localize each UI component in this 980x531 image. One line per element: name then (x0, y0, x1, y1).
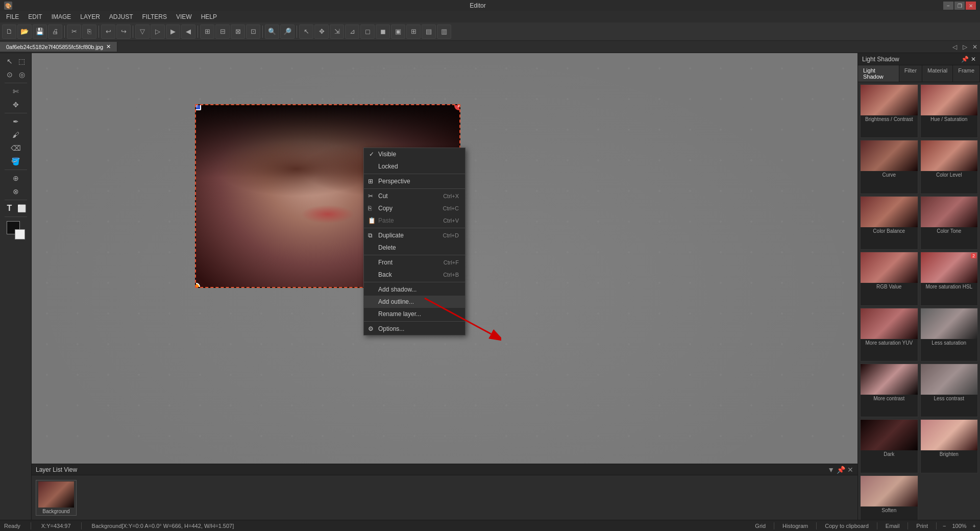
ctx-delete[interactable]: Delete (364, 242, 465, 254)
ctx-cut[interactable]: ✂ Cut Ctrl+X (364, 190, 465, 202)
effect-dark[interactable]: Dark (860, 419, 918, 473)
tool-pen[interactable]: ✒ (3, 115, 29, 128)
tool-heal[interactable]: ⊗ (3, 185, 29, 198)
zoom-in-button[interactable]: 🔍 (265, 25, 279, 39)
tool-brush[interactable]: 🖌 (3, 129, 29, 141)
tool-lasso[interactable]: ⊙ ◎ (3, 68, 29, 81)
align7-button[interactable]: ▥ (437, 25, 451, 39)
align5-button[interactable]: ⊞ (406, 25, 421, 39)
zoom-out-button[interactable]: 🔎 (280, 25, 295, 39)
ctx-duplicate[interactable]: ⧉ Duplicate Ctrl+D (364, 229, 465, 242)
status-histogram-button[interactable]: Histogram (780, 523, 810, 529)
menu-file[interactable]: FILE (2, 12, 23, 21)
effect-color-balance[interactable]: Color Balance (860, 196, 918, 250)
restore-button[interactable]: ❐ (954, 2, 965, 10)
close-button[interactable]: ✕ (966, 2, 976, 10)
cut-button[interactable]: ✂ (67, 25, 81, 39)
tool-clone[interactable]: ⊕ (3, 172, 29, 184)
tab-next-button[interactable]: ▷ (960, 41, 970, 53)
menu-filters[interactable]: FILTERS (138, 12, 171, 21)
menu-layer[interactable]: LAYER (76, 12, 104, 21)
status-grid-button[interactable]: Grid (753, 523, 768, 529)
print-button[interactable]: 🖨 (48, 25, 62, 39)
open-button[interactable]: 📂 (17, 25, 32, 39)
tab-close-icon[interactable]: ✕ (106, 43, 111, 50)
effect-more-saturation-yuv[interactable]: More saturation YUV (860, 308, 918, 361)
color-selector[interactable] (7, 221, 25, 239)
menu-adjust[interactable]: ADJUST (105, 12, 137, 21)
bottom-collapse-button[interactable]: ▼ (827, 466, 835, 474)
grid3-button[interactable]: ⊠ (231, 25, 245, 39)
save-button[interactable]: 💾 (33, 25, 47, 39)
right-panel-close-button[interactable]: ✕ (971, 56, 976, 63)
undo-button[interactable]: ↩ (101, 25, 115, 39)
effect-color-tone[interactable]: Color Tone (920, 196, 978, 250)
tab-prev-button[interactable]: ◁ (949, 41, 960, 53)
copy-button[interactable]: ⎘ (82, 25, 96, 39)
ctx-visible[interactable]: ✓ Visible (364, 148, 465, 160)
bottom-pin-button[interactable]: 📌 (837, 466, 845, 474)
effect-more-saturation-hsl[interactable]: 2 More saturation HSL (920, 252, 978, 305)
tab-frame[interactable]: Frame (953, 65, 980, 82)
effect-rgb-value[interactable]: RGB Value (860, 252, 918, 305)
effect-brightness-contrast[interactable]: Brightness / Contrast (860, 84, 918, 138)
menu-view[interactable]: VIEW (172, 12, 196, 21)
new-button[interactable]: 🗋 (2, 25, 16, 39)
bottom-close-button[interactable]: ✕ (847, 466, 853, 474)
status-clipboard-button[interactable]: Copy to clipboard (823, 523, 871, 529)
status-print-button[interactable]: Print (914, 523, 930, 529)
effect-less-saturation[interactable]: Less saturation (920, 308, 978, 361)
transform2-button[interactable]: ▷ (151, 25, 165, 39)
ctx-add-shadow[interactable]: Add shadow... (364, 283, 465, 296)
ctx-add-outline[interactable]: Add outline... (364, 296, 465, 308)
tab-close-all-button[interactable]: ✕ (970, 41, 980, 53)
move-button[interactable]: ✥ (314, 25, 329, 39)
status-zoom-plus[interactable]: + (973, 523, 976, 529)
ctx-back[interactable]: Back Ctrl+B (364, 269, 465, 281)
canvas-area[interactable]: Picoosmos ≡ ✕ ✛ ✓ Visible Locked (32, 53, 857, 531)
effect-brighten[interactable]: Brighten (920, 419, 978, 473)
menu-edit[interactable]: EDIT (24, 12, 46, 21)
tab-filter[interactable]: Filter (899, 65, 922, 82)
align2-button[interactable]: ◻ (360, 25, 375, 39)
tool-eraser[interactable]: ⌫ (3, 142, 29, 154)
transform1-button[interactable]: ▽ (135, 25, 150, 39)
effect-curve[interactable]: Curve (860, 140, 918, 194)
ctx-copy[interactable]: ⎘ Copy Ctrl+C (364, 202, 465, 214)
tool-crop[interactable]: ✄ (3, 85, 29, 98)
ctx-front[interactable]: Front Ctrl+F (364, 256, 465, 269)
ctx-perspective[interactable]: ⊞ Perspective (364, 175, 465, 187)
tab-material[interactable]: Material (922, 65, 953, 82)
status-zoom-minus[interactable]: − (943, 523, 946, 529)
ctx-options[interactable]: ⚙ Options... (364, 323, 465, 335)
status-email-button[interactable]: Email (884, 523, 902, 529)
tool-fill[interactable]: 🪣 (3, 155, 29, 167)
layer-item-background[interactable]: Background (36, 480, 77, 516)
transform3-button[interactable]: ▶ (166, 25, 180, 39)
layer-menu-handle[interactable]: ≡ (195, 104, 201, 110)
grid2-button[interactable]: ⊟ (215, 25, 230, 39)
align3-button[interactable]: ◼ (376, 25, 390, 39)
effect-less-contrast[interactable]: Less contrast (920, 364, 978, 417)
menu-image[interactable]: IMAGE (47, 12, 76, 21)
grid1-button[interactable]: ⊞ (200, 25, 214, 39)
main-tab[interactable]: 0af6eb24c5182e7f405855fc5fcf80b.jpg ✕ (0, 42, 117, 52)
align4-button[interactable]: ▣ (391, 25, 405, 39)
background-color[interactable] (15, 229, 25, 239)
effect-hue-saturation[interactable]: Hue / Saturation (920, 84, 978, 138)
ctx-rename-layer[interactable]: Rename layer... (364, 308, 465, 320)
align1-button[interactable]: ⊿ (345, 25, 359, 39)
ctx-locked[interactable]: Locked (364, 160, 465, 173)
select-button[interactable]: ↖ (299, 25, 313, 39)
transform4-button[interactable]: ◀ (181, 25, 195, 39)
menu-help[interactable]: HELP (197, 12, 221, 21)
tool-select[interactable]: ↖ ⬚ (3, 55, 29, 67)
ctx-paste[interactable]: 📋 Paste Ctrl+V (364, 214, 465, 227)
tab-light-shadow[interactable]: Light Shadow (858, 65, 899, 82)
minimize-button[interactable]: − (943, 2, 953, 10)
right-panel-pin-button[interactable]: 📌 (961, 56, 969, 63)
redo-button[interactable]: ↪ (116, 25, 131, 39)
align6-button[interactable]: ▤ (422, 25, 436, 39)
tool-move[interactable]: ✥ (3, 99, 29, 111)
effect-more-contrast[interactable]: More contrast (860, 364, 918, 417)
